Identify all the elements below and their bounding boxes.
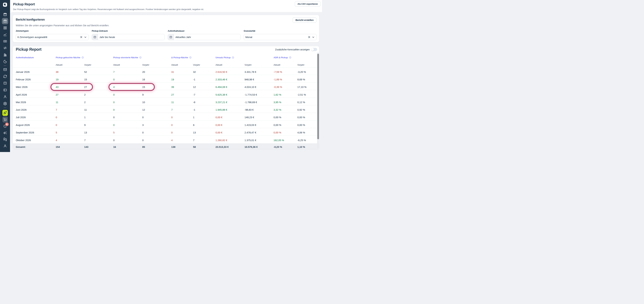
stay-duration-input[interactable]: Aktuelles Jahr <box>168 34 241 40</box>
sidebar-item-sync[interactable] <box>3 74 7 78</box>
info-icon[interactable] <box>289 56 291 59</box>
sidebar-item-apps-grid[interactable] <box>3 26 7 30</box>
row-label: Juli 2026 <box>16 116 26 119</box>
table-row: Juli 20260100010,00 €148,23 €0,00 %0,00 … <box>13 113 319 120</box>
extra-metrics-toggle[interactable] <box>311 48 317 51</box>
cell-value: 0 <box>113 116 114 119</box>
calendar-icon <box>168 34 174 40</box>
cell-value: 7 <box>171 108 172 111</box>
column-header-revenue[interactable]: Umsatz Pickup <box>216 56 234 59</box>
chevron-down-icon[interactable] <box>312 34 314 40</box>
cell-value: 12 <box>142 108 145 111</box>
sidebar-item-night-mode[interactable] <box>3 60 7 63</box>
subcol-vorjahr: Vorjahr <box>142 64 149 66</box>
sidebar-item-property[interactable] <box>3 53 7 57</box>
sidebar-item-settings-gear[interactable] <box>3 102 7 106</box>
table-scrollbar-track[interactable] <box>317 52 319 149</box>
cell-value: 0 <box>142 131 144 134</box>
cell-value: 0,92 % <box>297 108 305 111</box>
info-icon[interactable] <box>189 56 192 59</box>
cell-value: 1 <box>84 116 86 119</box>
cell-value: 1.419,03 € <box>244 123 256 126</box>
cell-value: 0,12 % <box>297 101 305 103</box>
cell-value: 0 <box>113 139 114 142</box>
clear-icon[interactable] <box>80 34 82 40</box>
toggle-knob <box>311 48 314 51</box>
cell-value: 2.333,46 € <box>216 78 227 81</box>
table-scrollbar-thumb[interactable] <box>317 54 319 139</box>
sidebar-item-guests[interactable] <box>3 95 7 99</box>
column-header-adr[interactable]: ADR Δ Pickup <box>274 56 291 59</box>
sidebar-item-account[interactable] <box>3 144 7 148</box>
column-header-booked[interactable]: Pickup gebuchte Nächte <box>56 56 84 59</box>
content-background: Bericht konfigurieren Wählen Sie die unt… <box>10 12 322 152</box>
info-icon[interactable] <box>82 56 84 59</box>
pickup-period-input[interactable]: Jahr bis heute <box>92 34 165 40</box>
sidebar-divider <box>4 65 6 66</box>
highlight-oval-booked <box>50 83 93 91</box>
table-row: Januar 2026385272031322.616,50 €3.331,78… <box>13 67 319 75</box>
sidebar-item-ai-sparkles[interactable] <box>3 131 7 135</box>
cell-value: 4 <box>56 139 57 142</box>
cell-value: 20 <box>142 70 145 73</box>
stay-duration-value: Aktuelles Jahr <box>174 36 191 38</box>
config-card-title: Bericht konfigurieren <box>16 18 45 21</box>
sidebar-item-boost-rocket[interactable] <box>2 110 8 116</box>
cell-value: 6 <box>193 123 194 126</box>
sidebar-item-analytics[interactable] <box>3 33 7 36</box>
column-header-cancelled[interactable]: Pickup stornierte Nächte <box>113 56 142 59</box>
cell-value: -98,83 € <box>244 108 254 111</box>
chevron-down-icon[interactable] <box>84 34 86 40</box>
cell-value: -7,59 % <box>274 70 282 73</box>
sidebar-item-wallet[interactable] <box>3 88 7 92</box>
table-row: Oktober 20264700471.260,82 €1.375,01 €16… <box>13 136 319 143</box>
cell-value: 38 <box>56 70 58 73</box>
sidebar-item-pickup-report[interactable] <box>3 19 7 23</box>
config-card-subtitle: Wählen Sie die unten angezeigten Paramet… <box>16 24 109 27</box>
filter-label: Granularität <box>244 30 317 32</box>
cell-value: 0 <box>142 139 144 142</box>
clear-icon[interactable] <box>308 34 310 40</box>
sidebar-item-payments[interactable] <box>3 39 7 43</box>
cell-value: -8 <box>193 101 195 103</box>
cell-value: 10 <box>142 101 145 103</box>
sidebar-item-settings-sliders[interactable] <box>3 46 7 50</box>
cell-value: 32 <box>193 70 196 73</box>
column-header-date[interactable]: Aufenthaltsdatum <box>16 56 34 59</box>
cell-value: 3,95 % <box>274 101 281 103</box>
sidebar-item-footprints[interactable] <box>3 138 7 141</box>
cell-value: 3.237,21 € <box>216 101 227 103</box>
cell-value: -1.774,53 € <box>244 93 257 96</box>
page-header: Pickup Report Der Pickup-Report zeigt di… <box>10 0 322 12</box>
filter-label: Aufenthaltsdauer <box>168 30 241 32</box>
export-csv-button[interactable]: Als CSV exportieren <box>295 1 320 6</box>
sidebar: 9+ <box>0 0 10 152</box>
sidebar-item-shop[interactable] <box>3 81 7 85</box>
cell-value: 4 <box>171 139 172 142</box>
info-icon[interactable] <box>232 56 234 59</box>
granularity-value: Monat <box>244 36 252 38</box>
sidebar-item-marketplace-cart[interactable] <box>2 117 8 123</box>
cell-value: 2 <box>84 101 86 103</box>
table-row: September 2026513500130,00 €2.478,47 €0,… <box>13 128 319 136</box>
app-logo[interactable] <box>3 3 7 7</box>
create-report-button[interactable]: Bericht erstellen <box>293 17 316 23</box>
cell-value: 2.478,47 € <box>244 131 256 134</box>
room-types-select[interactable]: 6 Zimmertypen ausgewählt <box>16 34 89 40</box>
cell-value: 15 <box>84 78 87 81</box>
column-header-delta[interactable]: Δ Pickup-Nächte <box>171 56 192 59</box>
sidebar-item-messages[interactable] <box>3 68 7 71</box>
table-row: Februar 2026191501619-12.333,46 €948,98 … <box>13 75 319 83</box>
info-icon[interactable] <box>139 56 142 59</box>
cell-value: 2.616,50 € <box>216 70 227 73</box>
filter-stay-duration: Aufenthaltsdauer Aktuelles Jahr <box>168 30 241 32</box>
cell-value: 9 <box>84 123 86 126</box>
granularity-select[interactable]: Monat <box>244 34 317 40</box>
cell-value: 2 <box>84 93 86 96</box>
row-label: September 2026 <box>16 131 34 134</box>
cell-value: 5 <box>56 131 57 134</box>
subcol-vorjahr: Vorjahr <box>193 64 200 66</box>
cell-value: 11 <box>171 101 174 103</box>
cell-value: 12 <box>193 86 196 88</box>
sidebar-item-calendar[interactable] <box>3 12 7 16</box>
